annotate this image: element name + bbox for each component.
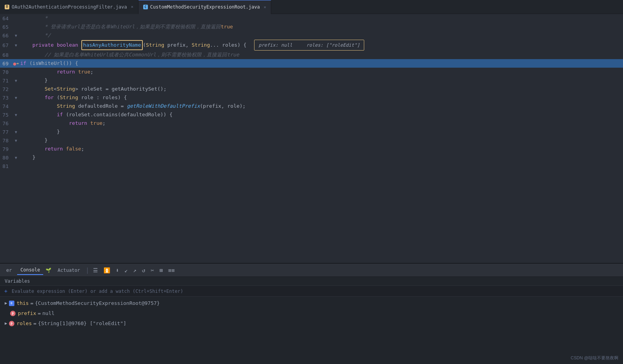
fold-icon[interactable]: ▼ (15, 33, 17, 38)
gutter-cell: ▼ (12, 156, 20, 160)
code-content: String defaultedRole = getRoleWithDefaul… (20, 102, 246, 110)
var-name: this (17, 299, 29, 307)
bottom-panel: er Console 🌱 Actuator | ☰ ⏫ ⬇ ↙ ↗ ↺ ✂ ⊞ … (0, 263, 623, 364)
gutter-cell: ▼ (12, 79, 20, 83)
fold-icon[interactable]: ▼ (15, 138, 17, 143)
variables-label: Variables (5, 278, 30, 284)
code-content: * (20, 14, 47, 23)
gutter-cell: ▼ (12, 130, 20, 134)
tab-er[interactable]: er (3, 266, 15, 275)
gutter-cell: ▼ (12, 33, 20, 38)
breakpoint-icon[interactable]: ● (13, 61, 16, 66)
list-item[interactable]: p prefix = null (0, 308, 623, 318)
var-name: roles (17, 320, 32, 327)
eval-plus-btn[interactable]: ＋ (3, 288, 9, 295)
toolbar-btn-step-out[interactable]: ↗ (132, 266, 138, 274)
gutter-cell: ▼ (12, 43, 20, 47)
toolbar-btn-stop[interactable]: ✂ (149, 266, 155, 274)
toolbar-btn-resume[interactable]: ⏫ (102, 266, 112, 274)
tab-icon-orange: O (5, 5, 9, 9)
debug-arrow-icon: ➜ (16, 61, 19, 66)
toolbar-btn-settings[interactable]: ≡≡ (167, 266, 176, 274)
table-row: 80 ▼ } (0, 153, 623, 162)
fold-icon[interactable]: ▼ (15, 43, 17, 47)
table-row: 64 * (0, 14, 623, 23)
gutter-cell: ▼ (12, 138, 20, 143)
fold-icon[interactable]: ▼ (15, 156, 17, 160)
line-number: 69 (0, 61, 12, 66)
table-row: 76 return true; (0, 119, 623, 128)
gutter-cell: ▼ (12, 96, 20, 100)
code-content: } (20, 136, 47, 145)
table-row: 78 ▼ } (0, 136, 623, 145)
table-row: 72 Set<String> roleSet = getAuthoritySet… (0, 85, 623, 93)
tab-console[interactable]: Console (17, 266, 43, 275)
table-row: 75 ▼ if (roleSet.contains(defaultedRole)… (0, 110, 623, 119)
actuator-icon: 🌱 (46, 268, 51, 273)
var-equals: = (38, 310, 41, 317)
code-content: private boolean hasAnyAuthorityName(Stri… (20, 40, 364, 51)
code-content: return true; (20, 68, 93, 76)
line-number: 72 (0, 86, 12, 92)
code-content: for (String role : roles) { (20, 93, 127, 102)
table-row: 67 ▼ private boolean hasAnyAuthorityName… (0, 40, 623, 51)
code-container: 64 * 65 * 登录请求url是否是白名单WhiteUrl，如果是则不需要校… (0, 14, 623, 263)
line-number: 73 (0, 95, 12, 101)
tab-icon-blue: C (143, 5, 148, 9)
toolbar-btn-step-over[interactable]: ⬇ (114, 266, 120, 274)
list-item[interactable]: ▶ p roles = {String[1]@9760} ["roleEdit"… (0, 318, 623, 329)
toolbar-btn-list[interactable]: ☰ (91, 266, 100, 274)
line-number: 78 (0, 138, 12, 144)
line-number: 75 (0, 112, 12, 118)
gutter-cell: ● ➜ (12, 61, 20, 66)
fold-icon[interactable]: ▼ (15, 79, 17, 83)
var-value: null (42, 310, 54, 317)
table-row: 81 (0, 162, 623, 170)
code-content: return true; (20, 119, 105, 128)
tab-custom-method[interactable]: C CustomMethodSecurityExpressionRoot.jav… (139, 0, 271, 14)
tab-close-oauth2[interactable]: × (131, 4, 133, 9)
watermark: CSDN @哒哒不要熬夜啊 (571, 355, 618, 361)
line-number: 74 (0, 103, 12, 109)
bottom-toolbar: er Console 🌱 Actuator | ☰ ⏫ ⬇ ↙ ↗ ↺ ✂ ⊞ … (0, 264, 623, 277)
table-row: 73 ▼ for (String role : roles) { (0, 93, 623, 102)
code-content: * 登录请求url是否是白名单WhiteUrl，如果是则不需要校验权限，直接返回… (20, 23, 233, 31)
tab-oauth2[interactable]: O OAuth2AuthenticationProcessingFilter.j… (0, 0, 139, 14)
line-number: 77 (0, 129, 12, 135)
line-number: 81 (0, 163, 12, 169)
line-number: 66 (0, 33, 12, 38)
var-equals: = (30, 299, 33, 307)
line-number: 70 (0, 69, 12, 75)
table-row: 70 return true; (0, 68, 623, 76)
toolbar-btn-step-into[interactable]: ↙ (123, 266, 129, 274)
gutter-cell: ▼ (12, 113, 20, 117)
fold-icon[interactable]: ▼ (15, 96, 17, 100)
code-content: return false; (20, 145, 84, 153)
var-icon-primitive: p (10, 311, 16, 316)
toolbar-btn-grid[interactable]: ⊞ (158, 266, 164, 274)
tab-actuator[interactable]: Actuator (54, 266, 83, 275)
code-content: } (20, 128, 60, 136)
eval-bar[interactable]: ＋ Evaluate expression (Enter) or add a w… (0, 286, 623, 297)
code-content: Set<String> roleSet = getAuthoritySet(); (20, 85, 167, 93)
line-number: 71 (0, 78, 12, 84)
table-row: 77 ▼ } (0, 128, 623, 136)
table-row: 69 ● ➜ if (isWhiteUrl()) { (0, 59, 623, 68)
line-number: 68 (0, 52, 12, 58)
var-expand-arrow[interactable]: ▶ (5, 320, 7, 327)
tab-label-custom: CustomMethodSecurityExpressionRoot.java (150, 4, 260, 10)
toolbar-btn-rerun[interactable]: ↺ (140, 266, 147, 274)
fold-icon[interactable]: ▼ (15, 130, 17, 134)
tab-close-custom[interactable]: × (264, 5, 267, 10)
fold-icon[interactable]: ▼ (15, 113, 17, 117)
line-number: 76 (0, 121, 12, 126)
table-row: 74 String defaultedRole = getRoleWithDef… (0, 102, 623, 110)
table-row: 65 * 登录请求url是否是白名单WhiteUrl，如果是则不需要校验权限，直… (0, 23, 623, 31)
line-number: 80 (0, 155, 12, 161)
list-item[interactable]: ▶ ≡ this = {CustomMethodSecurityExpressi… (0, 298, 623, 308)
eval-input[interactable]: Evaluate expression (Enter) or add a wat… (12, 289, 183, 294)
var-expand-arrow[interactable]: ▶ (5, 299, 7, 307)
code-content: if (roleSet.contains(defaultedRole)) { (20, 110, 172, 119)
var-icon-list: ≡ (9, 301, 14, 306)
table-row: 71 ▼ } (0, 76, 623, 85)
